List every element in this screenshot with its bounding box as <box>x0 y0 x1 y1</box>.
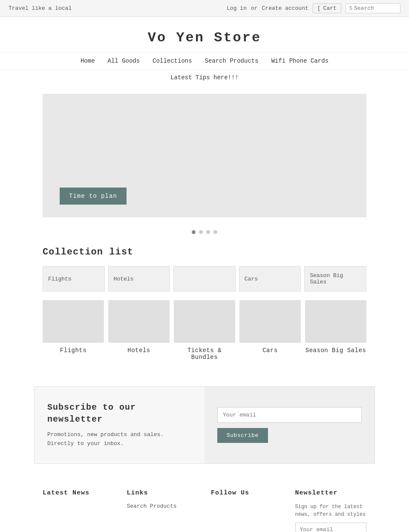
login-link[interactable]: Log in <box>227 5 247 12</box>
collection-cards: Flights Hotels Tickets & Bundles Cars Se… <box>43 300 366 361</box>
slider-dot-2[interactable] <box>199 230 203 234</box>
newsletter-desc: Promotions, new products and sales. Dire… <box>47 431 192 448</box>
card-hotels-img <box>108 300 170 343</box>
search-icon: S <box>349 6 352 12</box>
card-cars-img <box>239 300 301 343</box>
thumb-hotels[interactable]: Hotels <box>108 266 170 292</box>
nav-search-products[interactable]: Search Products <box>205 58 259 64</box>
footer-newsletter-email-input[interactable] <box>295 523 367 532</box>
collection-list-title: Collection list <box>43 247 366 257</box>
newsletter-subscribe-button[interactable]: Subscribe <box>217 428 268 443</box>
card-season-big-sales-img <box>305 300 366 343</box>
top-bar-right: Log in or Create account [ Cart S <box>227 3 400 13</box>
tagline: Travel like a local <box>9 5 72 12</box>
nav-second: Latest Tips here!!! <box>0 70 409 85</box>
newsletter-right: Subscribe <box>204 387 374 463</box>
nav-collections[interactable]: Collections <box>153 58 192 64</box>
cart-label: Cart <box>323 5 337 12</box>
slider-dot-1[interactable] <box>192 230 196 234</box>
newsletter-title: Subscribe to our newsletter <box>47 402 192 425</box>
footer-latest-news-title: Latest News <box>43 489 114 497</box>
search-area[interactable]: S <box>346 3 400 13</box>
or-text: or <box>251 5 258 12</box>
nav-latest-tips[interactable]: Latest Tips here!!! <box>170 74 239 81</box>
footer-top: Latest News Links Search Products Follow… <box>34 477 375 532</box>
collection-list-section: Collection list Flights Hotels Cars Seas… <box>34 243 375 373</box>
card-hotels-label: Hotels <box>127 347 150 354</box>
nav-home[interactable]: Home <box>81 58 95 64</box>
card-tickets-img <box>174 300 235 343</box>
slider-dot-3[interactable] <box>206 230 210 234</box>
thumb-cars[interactable]: Cars <box>239 266 301 292</box>
card-flights-label: Flights <box>60 347 86 354</box>
newsletter-email-input[interactable] <box>217 407 362 423</box>
collection-thumbs: Flights Hotels Cars Season Big Sales <box>43 266 366 292</box>
thumb-tickets[interactable] <box>173 266 236 292</box>
card-tickets-bundles[interactable]: Tickets & Bundles <box>174 300 235 361</box>
cart-area[interactable]: [ Cart <box>313 3 341 13</box>
footer-latest-news: Latest News <box>43 489 114 532</box>
footer-links: Links Search Products <box>127 489 199 532</box>
thumb-season-big-sales[interactable]: Season Big Sales <box>304 266 366 292</box>
footer-links-title: Links <box>127 489 199 497</box>
newsletter-section: Subscribe to our newsletter Promotions, … <box>34 386 375 464</box>
footer-search-products-link[interactable]: Search Products <box>127 503 199 509</box>
newsletter-left: Subscribe to our newsletter Promotions, … <box>35 387 204 463</box>
footer-newsletter-title: Newsletter <box>295 489 367 497</box>
card-flights-img <box>43 300 104 343</box>
footer-follow-us: Follow Us <box>211 489 282 532</box>
slider-dots <box>0 226 409 243</box>
create-account-link[interactable]: Create account <box>262 5 308 12</box>
nav-all-goods[interactable]: All Goods <box>108 58 140 64</box>
card-hotels[interactable]: Hotels <box>108 300 170 361</box>
site-header: Vo Yen Store <box>0 17 409 52</box>
card-cars-label: Cars <box>262 347 278 354</box>
footer-follow-us-title: Follow Us <box>211 489 282 497</box>
footer-newsletter: Newsletter Sign up for the latest news, … <box>295 489 367 532</box>
card-season-big-sales-label: Season Big Sales <box>305 347 366 354</box>
card-tickets-label: Tickets & Bundles <box>174 347 235 361</box>
card-flights[interactable]: Flights <box>43 300 104 361</box>
card-cars[interactable]: Cars <box>239 300 301 361</box>
main-nav: Home All Goods Collections Search Produc… <box>0 52 409 70</box>
top-bar: Travel like a local Log in or Create acc… <box>0 0 409 17</box>
hero-time-to-plan-button[interactable]: Time to plan <box>60 188 127 205</box>
slider-dot-4[interactable] <box>213 230 217 234</box>
cart-bracket: [ <box>317 5 321 12</box>
nav-wifi-phone-cards[interactable]: Wifi Phone Cards <box>271 58 328 64</box>
card-season-big-sales[interactable]: Season Big Sales <box>305 300 366 361</box>
search-input[interactable] <box>354 5 397 12</box>
footer-newsletter-desc: Sign up for the latest news, offers and … <box>295 503 367 518</box>
thumb-flights[interactable]: Flights <box>43 266 105 292</box>
site-title: Vo Yen Store <box>9 30 400 46</box>
hero-slider: Time to plan <box>43 94 366 217</box>
